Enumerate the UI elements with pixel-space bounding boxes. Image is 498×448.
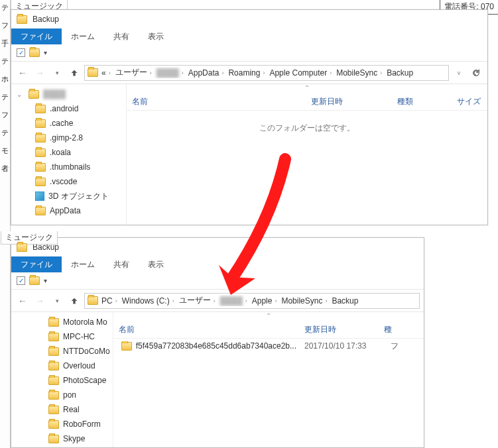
- folder-icon: [48, 362, 59, 370]
- tree-item[interactable]: .cache: [11, 116, 126, 131]
- nav-recent-dropdown[interactable]: ▾: [50, 66, 64, 80]
- tab-share[interactable]: 共有: [104, 256, 139, 272]
- nav-up-button[interactable]: [67, 294, 82, 308]
- tree-item[interactable]: AppData: [11, 203, 126, 218]
- chevron-right-icon: ›: [172, 298, 174, 304]
- address-dropdown-icon[interactable]: v: [452, 66, 466, 80]
- address-bar[interactable]: PC›Windows (C:)›ユーザー›████›Apple›MobileSy…: [84, 293, 420, 309]
- chevron-right-icon: ›: [109, 70, 111, 76]
- nav-recent-dropdown[interactable]: ▾: [50, 294, 64, 308]
- tree-item[interactable]: pon: [11, 388, 113, 402]
- chevron-right-icon: ›: [275, 298, 277, 304]
- breadcrumb-segment[interactable]: Windows (C:)›: [120, 296, 176, 306]
- folder-icon: [48, 347, 59, 356]
- breadcrumb-segment[interactable]: PC›: [99, 296, 119, 306]
- column-type[interactable]: 種類: [392, 96, 452, 107]
- bg-strip-char: テ: [0, 56, 10, 66]
- qat-dropdown-icon[interactable]: ▾: [44, 49, 47, 56]
- qat-checkbox[interactable]: ✓: [17, 48, 25, 57]
- folder-tree[interactable]: Motorola MoMPC-HCNTTDoCoMoOverloudPhotoS…: [11, 312, 113, 447]
- folder-icon[interactable]: [29, 48, 40, 57]
- file-date: 2017/10/10 17:33: [300, 341, 387, 351]
- nav-forward-button[interactable]: →: [32, 294, 47, 308]
- tree-item[interactable]: .koala: [11, 145, 126, 160]
- folder-icon[interactable]: [29, 276, 40, 285]
- tree-item[interactable]: .android: [11, 101, 126, 116]
- column-headers[interactable]: 名前 更新日時 種類 サイズ: [127, 93, 487, 111]
- tree-item[interactable]: Real: [11, 402, 113, 417]
- breadcrumb-segment[interactable]: Backup: [330, 296, 360, 306]
- tree-item[interactable]: NTTDoCoMo: [11, 344, 113, 359]
- tree-item[interactable]: RoboForm: [11, 417, 113, 431]
- breadcrumb-segment[interactable]: Backup: [385, 68, 415, 78]
- scroll-up-indicator: ⌃: [127, 84, 487, 93]
- tree-item-label: MPC-HC: [63, 332, 95, 341]
- breadcrumb-label: Roaming: [228, 68, 260, 78]
- nav-up-button[interactable]: [67, 66, 82, 80]
- expand-icon[interactable]: ⌄: [17, 91, 22, 98]
- folder-icon: [48, 333, 59, 341]
- file-list-pane[interactable]: ⌃ 名前 更新日時 種類 サイズ このフォルダーは空です。: [127, 84, 487, 225]
- file-list-pane[interactable]: ⌃ 名前 更新日時 種 f5f459a772083b4e685c45dd6ab7…: [113, 312, 424, 447]
- breadcrumb-segment[interactable]: ユーザー›: [177, 295, 218, 306]
- file-row[interactable]: f5f459a772083b4e685c45dd6ab7340ace2b...2…: [113, 339, 424, 353]
- qat-checkbox[interactable]: ✓: [17, 276, 25, 285]
- tree-item[interactable]: .thumbnails: [11, 160, 126, 174]
- folder-icon: [88, 296, 98, 305]
- breadcrumb-segment[interactable]: ████›: [218, 296, 249, 306]
- breadcrumb-segment[interactable]: «›: [99, 68, 113, 78]
- breadcrumb-label: Backup: [387, 68, 413, 78]
- titlebar[interactable]: Backup: [11, 10, 487, 28]
- column-name[interactable]: 名前: [113, 324, 299, 335]
- tree-item[interactable]: MPC-HC: [11, 329, 113, 344]
- chevron-right-icon: ›: [330, 70, 332, 76]
- bg-strip-char: テ: [0, 128, 10, 138]
- tab-view[interactable]: 表示: [139, 256, 173, 272]
- tree-item[interactable]: ⌄████: [11, 87, 126, 101]
- column-headers[interactable]: 名前 更新日時 種: [113, 321, 424, 339]
- breadcrumb-segment[interactable]: Roaming›: [226, 68, 267, 78]
- nav-forward-button[interactable]: →: [32, 66, 47, 80]
- tab-home[interactable]: ホーム: [62, 28, 104, 44]
- column-date[interactable]: 更新日時: [306, 96, 392, 107]
- tree-item[interactable]: Skype: [11, 431, 113, 446]
- nav-back-button[interactable]: ←: [15, 294, 30, 308]
- refresh-button[interactable]: [469, 66, 483, 80]
- ribbon-tabs: ファイル ホーム 共有 表示: [11, 28, 487, 44]
- breadcrumb: «›ユーザー›████›AppData›Roaming›Apple Comput…: [99, 67, 415, 78]
- folder-icon: [35, 105, 46, 113]
- chevron-right-icon: ›: [380, 70, 382, 76]
- chevron-right-icon: ›: [182, 70, 184, 76]
- breadcrumb-segment[interactable]: MobileSync›: [334, 68, 384, 78]
- tree-item-label: Motorola Mo: [63, 317, 107, 327]
- column-size[interactable]: サイズ: [452, 96, 487, 107]
- breadcrumb-segment[interactable]: MobileSync›: [279, 296, 329, 306]
- column-name[interactable]: 名前: [127, 96, 306, 107]
- breadcrumb-segment[interactable]: Apple Computer›: [267, 68, 334, 78]
- tree-item[interactable]: 3D オブジェクト: [11, 189, 126, 203]
- tree-item[interactable]: .gimp-2.8: [11, 131, 126, 145]
- tab-home[interactable]: ホーム: [62, 256, 104, 272]
- titlebar[interactable]: Backup: [11, 238, 424, 256]
- column-type[interactable]: 種: [379, 324, 397, 335]
- column-date[interactable]: 更新日時: [299, 324, 379, 335]
- tree-item[interactable]: Overloud: [11, 359, 113, 373]
- folder-icon: [48, 420, 59, 429]
- tree-item[interactable]: Motorola Mo: [11, 315, 113, 329]
- tab-view[interactable]: 表示: [139, 28, 173, 44]
- qat-dropdown-icon[interactable]: ▾: [44, 277, 47, 284]
- breadcrumb-segment[interactable]: ユーザー›: [113, 67, 154, 78]
- tab-file[interactable]: ファイル: [11, 256, 62, 272]
- tree-item[interactable]: .vscode: [11, 174, 126, 189]
- tab-file[interactable]: ファイル: [11, 28, 62, 44]
- breadcrumb-segment[interactable]: ████›: [155, 68, 186, 78]
- address-bar[interactable]: «›ユーザー›████›AppData›Roaming›Apple Comput…: [84, 65, 449, 81]
- tree-item[interactable]: PhotoScape: [11, 373, 113, 388]
- tab-share[interactable]: 共有: [104, 28, 139, 44]
- breadcrumb-segment[interactable]: Apple›: [250, 296, 279, 306]
- nav-back-button[interactable]: ←: [15, 66, 30, 80]
- breadcrumb-segment[interactable]: AppData›: [186, 68, 226, 78]
- folder-icon: [17, 15, 27, 24]
- folder-icon: [48, 435, 59, 443]
- folder-tree[interactable]: ⌄████.android.cache.gimp-2.8.koala.thumb…: [11, 84, 127, 225]
